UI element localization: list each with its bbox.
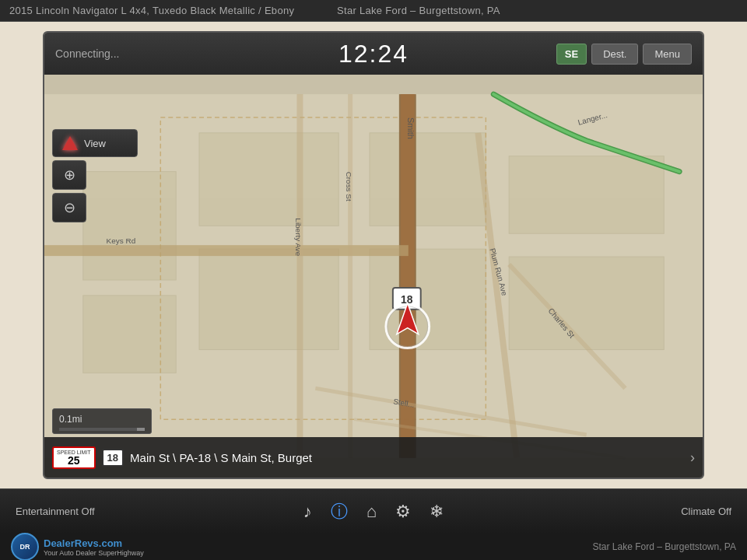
page-title: 2015 Lincoln Navigator L 4x4, Tuxedo Bla… (9, 5, 500, 16)
direction-arrow-icon (62, 136, 78, 150)
zoom-out-button[interactable]: ⊖ (52, 193, 86, 222)
distance-label: 0.1mi (59, 414, 82, 425)
logo-text-group: DealerRevs.com Your Auto Dealer SuperHig… (44, 537, 144, 557)
route-number-badge: 18 (102, 449, 124, 467)
dealer-text: Star Lake Ford – Burgettstown, PA (337, 5, 500, 16)
svg-rect-6 (509, 257, 664, 349)
nav-screen: Connecting... 12:24 SE Dest. Menu (43, 31, 704, 479)
climate-label: Climate Off (552, 506, 731, 517)
music-icon[interactable]: ♪ (303, 502, 312, 522)
page-title-text: 2015 Lincoln Navigator L 4x4, Tuxedo Bla… (9, 5, 294, 16)
svg-text:Smith: Smith (406, 117, 416, 139)
view-button[interactable]: View (52, 129, 138, 157)
direction-button[interactable]: SE (556, 44, 587, 65)
main-content: Connecting... 12:24 SE Dest. Menu (0, 22, 747, 488)
nav-buttons: SE Dest. Menu (556, 44, 692, 65)
logo-tagline: Your Auto Dealer SuperHighway (44, 549, 144, 557)
logo-name: DealerRevs.com (44, 537, 144, 549)
svg-rect-1 (199, 133, 338, 226)
distance-bar (59, 428, 145, 431)
speed-limit-number: 25 (57, 455, 91, 466)
zoom-in-button[interactable]: ⊕ (52, 160, 86, 190)
settings-icon[interactable]: ⚙ (395, 502, 411, 522)
distance-indicator: 0.1mi (52, 408, 152, 434)
entertainment-label: Entertainment Off (16, 506, 195, 517)
speed-limit-sign: SPEED LIMIT 25 (52, 446, 96, 469)
zoom-out-icon: ⊖ (64, 199, 75, 216)
svg-text:Keys Rd: Keys Rd (107, 236, 136, 245)
svg-rect-12 (44, 245, 409, 256)
menu-button[interactable]: Menu (643, 44, 692, 65)
map-area: Smith Liberty Ave Cross St Keys Rd Plum … (44, 75, 703, 478)
dealer-logo: DR DealerRevs.com Your Auto Dealer Super… (11, 533, 144, 560)
view-label: View (84, 138, 106, 149)
svg-text:Liberty Ave: Liberty Ave (294, 218, 303, 256)
svg-rect-2 (199, 249, 338, 349)
dest-button[interactable]: Dest. (591, 44, 638, 65)
connecting-label: Connecting... (55, 47, 556, 60)
nav-header: Connecting... 12:24 SE Dest. Menu (44, 33, 703, 75)
logo-icon: DR (11, 533, 39, 560)
bottom-bar: Entertainment Off ♪ ⓘ ⌂ ⚙ ❄ Climate Off (0, 488, 747, 534)
svg-rect-5 (509, 156, 664, 234)
svg-text:Cross St: Cross St (345, 172, 353, 201)
svg-rect-3 (370, 133, 486, 226)
watermark-dealer: Star Lake Ford – Burgettstown, PA (592, 541, 736, 552)
climate-icon[interactable]: ❄ (430, 502, 444, 522)
route-description: Main St \ PA-18 \ S Main St, Burget (130, 451, 684, 464)
svg-rect-8 (83, 296, 176, 373)
route-next-icon[interactable]: › (690, 450, 695, 466)
home-icon[interactable]: ⌂ (366, 502, 377, 522)
bottom-icons: ♪ ⓘ ⌂ ⚙ ❄ (195, 500, 552, 523)
zoom-in-icon: ⊕ (64, 166, 75, 184)
left-controls: View ⊕ ⊖ (52, 129, 138, 222)
top-bar: 2015 Lincoln Navigator L 4x4, Tuxedo Bla… (0, 0, 747, 22)
nav-time: 12:24 (338, 40, 409, 68)
info-icon[interactable]: ⓘ (331, 500, 348, 523)
route-bar: SPEED LIMIT 25 18 Main St \ PA-18 \ S Ma… (44, 437, 703, 478)
watermark-area: DR DealerRevs.com Your Auto Dealer Super… (0, 534, 747, 560)
